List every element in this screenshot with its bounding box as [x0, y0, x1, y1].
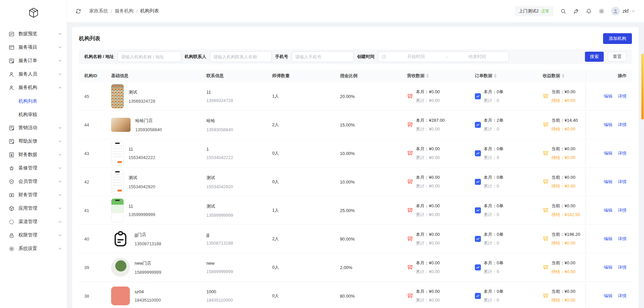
sidebar-subitem[interactable]: 机构列表 — [0, 94, 67, 108]
page-title: 机构列表 — [79, 35, 100, 42]
sort-carets-icon[interactable] — [562, 74, 564, 78]
row-actions: 编辑详情 — [586, 225, 632, 253]
refresh-icon[interactable] — [75, 8, 81, 14]
edit-link[interactable]: 编辑 — [604, 179, 612, 185]
lock-icon — [9, 233, 14, 238]
add-org-button[interactable]: 添加机构 — [603, 33, 632, 44]
org-phone: 13569324728 — [129, 99, 155, 104]
edit-link[interactable]: 编辑 — [604, 264, 612, 270]
column-header[interactable]: 营收数据 — [402, 69, 469, 82]
org-basic-info: jjj门店13508713188 — [106, 229, 201, 248]
chevron-up-icon — [58, 86, 62, 90]
app-logo[interactable] — [0, 5, 67, 27]
org-phone: 13508713188 — [135, 241, 161, 246]
page-scrollbar[interactable] — [641, 54, 644, 119]
sidebar-item[interactable]: 装修管理 — [0, 161, 67, 175]
sidebar-menu: 数据预览服务项目服务订单服务人员服务机构机构列表机构审核营销活动帮助反馈财务数据… — [0, 27, 67, 255]
sidebar-item[interactable]: 服务机构 — [0, 81, 67, 94]
master-count: 0人 — [267, 293, 335, 299]
order-data: 本月：0单累计：0 — [469, 203, 537, 218]
order-trend-icon — [475, 236, 481, 242]
sidebar-item[interactable]: 帮助反馈 — [0, 135, 67, 148]
detail-link[interactable]: 详情 — [618, 93, 627, 99]
sidebar-item[interactable]: 应用管理 — [0, 202, 67, 215]
column-header[interactable]: 订单数据 — [469, 69, 537, 82]
org-phone: 15534042920 — [129, 184, 155, 189]
cube-logo-icon — [28, 7, 40, 20]
detail-link[interactable]: 详情 — [618, 236, 627, 242]
column-header[interactable]: 收益数据 — [537, 69, 586, 82]
master-count: 1人 — [267, 93, 335, 99]
org-name: 11 — [129, 204, 155, 209]
sidebar-item[interactable]: 营销活动 — [0, 121, 67, 135]
sort-carets-icon[interactable] — [426, 74, 429, 78]
income-board-icon — [543, 264, 549, 270]
column-header: 机构ID — [79, 69, 106, 82]
edit-link[interactable]: 编辑 — [604, 150, 612, 156]
commission-rate: 10.00% — [335, 179, 402, 185]
sidebar-item[interactable]: 财务数据 — [0, 148, 67, 161]
order-trend-icon — [475, 122, 481, 128]
org-phone: 15899999999 — [135, 270, 161, 275]
column-header: 联系信息 — [201, 69, 267, 82]
revenue-board-icon — [407, 236, 413, 242]
date-range-separator: - — [446, 54, 447, 59]
sidebar-item[interactable]: 服务项目 — [0, 41, 67, 54]
income-board-icon — [543, 179, 549, 185]
sidebar-item[interactable]: 渠道管理 — [0, 215, 67, 228]
search-button[interactable]: 搜索 — [585, 52, 604, 62]
sidebar-item[interactable]: 权限管理 — [0, 228, 67, 242]
detail-link[interactable]: 详情 — [618, 150, 627, 156]
detail-link[interactable]: 详情 — [618, 122, 627, 128]
finance-manage-icon — [9, 192, 14, 198]
phone-input[interactable] — [292, 51, 354, 62]
breadcrumb: 家政系统 / 服务机构 / 机构列表 — [89, 8, 159, 14]
org-contact-input[interactable] — [210, 51, 272, 62]
rocket-icon[interactable] — [573, 8, 579, 14]
chevron-down-icon — [631, 9, 635, 13]
org-contact-info: 100018435110000 — [201, 289, 267, 303]
org-name: new门店 — [135, 260, 161, 266]
gear-icon[interactable] — [598, 8, 604, 14]
tenant-badge[interactable]: 上门测试2 正常 — [515, 6, 553, 16]
commission-rate: 2.00% — [335, 265, 402, 270]
sidebar-item[interactable]: 数据预览 — [0, 27, 67, 41]
detail-link[interactable]: 详情 — [618, 179, 627, 185]
income-board-icon — [543, 122, 549, 128]
breadcrumb-item[interactable]: 家政系统 — [89, 8, 108, 14]
breadcrumb-item[interactable]: 服务机构 — [115, 8, 134, 14]
sidebar-item[interactable]: 会员管理 — [0, 175, 67, 188]
sidebar-item[interactable]: 服务人员 — [0, 67, 67, 81]
reset-button[interactable]: 重置 — [608, 52, 627, 62]
revenue-data: 本月：¥0.00累计：¥0.00 — [402, 146, 469, 161]
bell-icon[interactable] — [586, 8, 592, 14]
edit-link[interactable]: 编辑 — [604, 122, 612, 128]
row-actions: 编辑详情 — [586, 111, 632, 139]
table-row: 44哈哈门店13593058840哈哈135930588402人15.00%本月… — [79, 111, 632, 139]
edit-link[interactable]: 编辑 — [604, 93, 612, 99]
detail-link[interactable]: 详情 — [618, 293, 627, 299]
chevron-down-icon — [58, 220, 62, 224]
detail-link[interactable]: 详情 — [618, 264, 627, 270]
sidebar-item[interactable]: 服务订单 — [0, 54, 67, 67]
org-thumbnail — [111, 170, 124, 194]
sidebar-subitem[interactable]: 机构审核 — [0, 108, 67, 121]
edit-link[interactable]: 编辑 — [604, 293, 612, 299]
detail-link[interactable]: 详情 — [618, 207, 627, 213]
edit-link[interactable]: 编辑 — [604, 207, 612, 213]
commission-rate: 10.00% — [335, 151, 402, 156]
edit-link[interactable]: 编辑 — [604, 236, 612, 242]
org-name-input[interactable] — [117, 51, 181, 62]
sidebar-item-label: 系统设置 — [18, 246, 58, 252]
search-icon[interactable] — [560, 8, 566, 14]
org-basic-info: new门店15899999999 — [106, 258, 201, 277]
sort-carets-icon[interactable] — [494, 74, 497, 78]
contact-name: 哈哈 — [206, 118, 267, 124]
sidebar-item[interactable]: 系统设置 — [0, 242, 67, 255]
contact-phone: 13569324728 — [206, 98, 267, 103]
user-menu[interactable]: zkf — [611, 7, 635, 15]
sidebar-item[interactable]: 财务管理 — [0, 188, 67, 202]
date-range-picker[interactable]: 开始时间 - 结束时间 — [378, 51, 509, 62]
master-count: 0人 — [267, 179, 335, 185]
commission-rate: 20.00% — [335, 94, 402, 99]
